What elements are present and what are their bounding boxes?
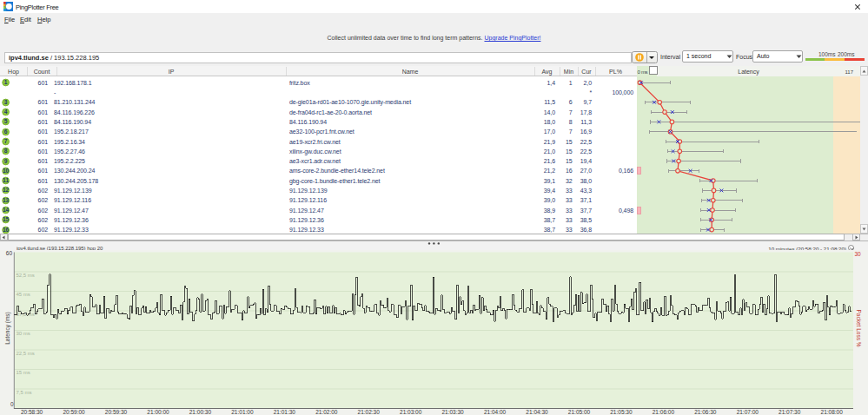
svg-text:37,5 ms: 37,5 ms — [17, 312, 35, 317]
svg-text:21:07:30: 21:07:30 — [779, 409, 801, 415]
svg-text:21:02:00: 21:02:00 — [315, 409, 338, 415]
svg-text:22,5 ms: 22,5 ms — [17, 351, 35, 356]
svg-text:21:03:30: 21:03:30 — [441, 409, 464, 415]
svg-text:15 ms: 15 ms — [17, 370, 30, 375]
svg-text:45 ms: 45 ms — [17, 292, 30, 297]
svg-text:Packet Loss %: Packet Loss % — [856, 310, 862, 347]
svg-text:0: 0 — [10, 401, 14, 407]
svg-text:21:03:00: 21:03:00 — [400, 409, 422, 415]
svg-text:21:01:30: 21:01:30 — [274, 409, 296, 415]
svg-text:20:59:00: 20:59:00 — [63, 409, 85, 415]
svg-text:21:04:30: 21:04:30 — [526, 409, 548, 415]
svg-text:30 ms: 30 ms — [17, 331, 30, 336]
svg-text:30: 30 — [854, 251, 861, 257]
svg-text:60: 60 — [6, 250, 13, 256]
svg-text:21:06:30: 21:06:30 — [694, 409, 717, 415]
svg-text:7,5 ms: 7,5 ms — [17, 390, 32, 395]
svg-text:21:00:30: 21:00:30 — [189, 409, 212, 415]
svg-text:21:04:00: 21:04:00 — [484, 409, 507, 415]
svg-text:21:07:00: 21:07:00 — [737, 409, 759, 415]
svg-text:21:02:30: 21:02:30 — [358, 409, 381, 415]
svg-text:21:00:00: 21:00:00 — [147, 409, 169, 415]
svg-text:21:01:00: 21:01:00 — [231, 409, 254, 415]
svg-text:52,5 ms: 52,5 ms — [17, 273, 35, 278]
svg-text:20:59:30: 20:59:30 — [105, 409, 128, 415]
svg-text:21:08:00: 21:08:00 — [821, 409, 844, 415]
svg-text:Latency (ms): Latency (ms) — [4, 312, 11, 345]
svg-text:21:06:00: 21:06:00 — [653, 409, 675, 415]
svg-text:21:05:00: 21:05:00 — [568, 409, 591, 415]
svg-text:21:05:30: 21:05:30 — [610, 409, 633, 415]
svg-text:20:58:30: 20:58:30 — [21, 409, 43, 415]
